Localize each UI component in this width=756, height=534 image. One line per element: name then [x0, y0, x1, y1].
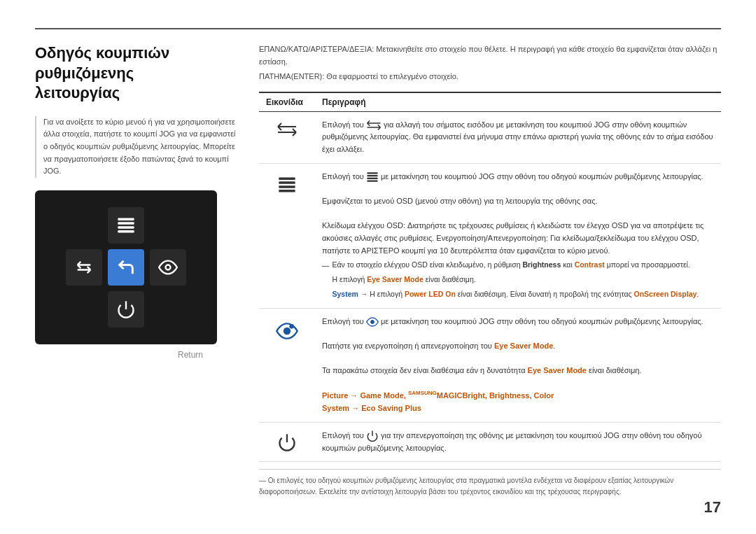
- table: Εικονίδια Περιγραφή Επιλογή του για αλλα…: [259, 92, 721, 462]
- svg-point-14: [284, 328, 290, 334]
- menu-note-1: — Εάν το στοιχείο ελέγχου OSD είναι κλει…: [322, 259, 721, 272]
- svg-rect-8: [279, 185, 295, 188]
- device-image: [35, 190, 217, 344]
- svg-rect-9: [279, 190, 295, 192]
- table-row-input: Επιλογή του για αλλαγή του σήματος εισόδ…: [259, 112, 721, 164]
- top-line: [35, 28, 721, 29]
- table-row-menu: Επιλογή του με μετακίνηση του κουμπιού J…: [259, 164, 721, 309]
- svg-rect-7: [279, 181, 295, 184]
- page-container: Οδηγός κουμπιών ρυθμιζόμενης λειτουργίας…: [0, 0, 756, 534]
- device-btn-power: [108, 291, 144, 328]
- device-btn-eye: [150, 249, 186, 286]
- svg-rect-2: [118, 226, 134, 229]
- svg-point-16: [371, 320, 374, 323]
- svg-rect-1: [118, 222, 134, 225]
- page-title: Οδηγός κουμπιών ρυθμιζόμενης λειτουργίας: [35, 43, 238, 104]
- svg-rect-13: [367, 180, 377, 181]
- menu-note-3: — System → Η επιλογή Power LED On είναι …: [322, 288, 721, 301]
- svg-rect-11: [367, 175, 377, 176]
- svg-point-4: [166, 265, 171, 269]
- device-label: Return: [35, 350, 217, 360]
- row-icon-menu: [259, 171, 315, 195]
- svg-point-15: [289, 324, 294, 329]
- svg-rect-6: [279, 177, 295, 180]
- row-desc-eye: Επιλογή του με μετακίνηση του κουμπιού J…: [315, 316, 721, 415]
- row-icon-eye: [259, 316, 315, 342]
- row-desc-power: Επιλογή του για την απενεργοποίηση της ο…: [315, 430, 721, 455]
- device-btn-return: [108, 249, 144, 286]
- footnote: — Οι επιλογές του οδηγού κουμπιών ρυθμιζ…: [259, 469, 721, 498]
- instruction-line-2: ΠΑΤΗΜΑ(ENTER): Θα εφαρμοστεί το επιλεγμέ…: [259, 71, 721, 83]
- device-btn-menu: [108, 207, 144, 244]
- page-number: 17: [704, 498, 721, 517]
- left-column: Οδηγός κουμπιών ρυθμιζόμενης λειτουργίας…: [35, 43, 238, 498]
- table-row-power: Επιλογή του για την απενεργοποίηση της ο…: [259, 423, 721, 463]
- row-desc-menu: Επιλογή του με μετακίνηση του κουμπιού J…: [315, 171, 721, 301]
- table-row-eye: Επιλογή του με μετακίνηση του κουμπιού J…: [259, 309, 721, 423]
- instruction-line-1: ΕΠΑΝΩ/ΚΑΤΩ/ΑΡΙΣΤΕΡΑ/ΔΕΞΙΑ: Μετακινηθείτε…: [259, 43, 721, 68]
- svg-rect-10: [367, 172, 377, 174]
- top-instructions: ΕΠΑΝΩ/ΚΑΤΩ/ΑΡΙΣΤΕΡΑ/ΔΕΞΙΑ: Μετακινηθείτε…: [259, 43, 721, 83]
- content-area: Οδηγός κουμπιών ρυθμιζόμενης λειτουργίας…: [35, 43, 721, 498]
- device-btn-input: [66, 249, 102, 286]
- menu-note-2: — Η επιλογή Eye Saver Mode είναι διαθέσι…: [322, 274, 721, 286]
- header-icon-col: Εικονίδια: [259, 97, 315, 107]
- intro-text: Για να ανοίξετε το κύριο μενού ή για να …: [35, 116, 238, 178]
- right-column: ΕΠΑΝΩ/ΚΑΤΩ/ΑΡΙΣΤΕΡΑ/ΔΕΞΙΑ: Μετακινηθείτε…: [259, 43, 721, 498]
- table-header: Εικονίδια Περιγραφή: [259, 93, 721, 112]
- svg-rect-0: [118, 218, 134, 220]
- svg-rect-12: [367, 177, 377, 178]
- header-desc-col: Περιγραφή: [315, 97, 721, 107]
- row-desc-input: Επιλογή του για αλλαγή του σήματος εισόδ…: [315, 119, 721, 156]
- row-icon-input: [259, 119, 315, 137]
- row-icon-power: [259, 430, 315, 452]
- svg-rect-3: [118, 230, 134, 233]
